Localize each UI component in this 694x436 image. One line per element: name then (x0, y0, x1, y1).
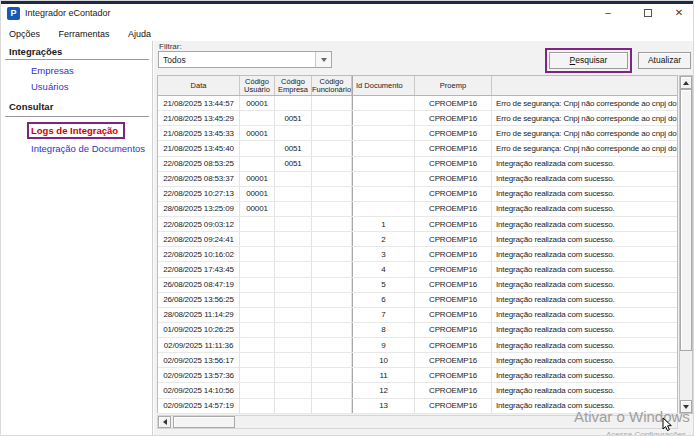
cell-proemp: CPROEMP16 (415, 172, 492, 186)
table-row[interactable]: 22/08/2025 09:03:121CPROEMP16Integração … (158, 217, 677, 232)
table-row[interactable]: 28/08/2025 13:25:0900001CPROEMP16Integra… (158, 202, 677, 217)
column-header[interactable]: CódigoEmpresa (275, 76, 312, 95)
cell-codigo-usuario: 00001 (240, 187, 275, 201)
table-row[interactable]: 02/09/2025 11:11:369CPROEMP16Integração … (158, 338, 677, 353)
cell-proemp: CPROEMP16 (415, 293, 492, 307)
filter-dropdown[interactable]: Todos (158, 51, 332, 68)
column-header[interactable]: CódigoFuncionário (312, 76, 352, 95)
cell-mensagem: Erro de segurança: Cnpj não corresponde … (492, 96, 677, 110)
dropdown-arrow-icon[interactable] (315, 52, 331, 67)
cell-codigo-empresa (275, 368, 312, 382)
table-row[interactable]: 01/09/2025 10:26:258CPROEMP16Integração … (158, 323, 677, 338)
close-button[interactable]: ✕ (664, 4, 694, 23)
cell-codigo-funcionario (312, 338, 352, 352)
table-row[interactable]: 21/08/2025 13:45:290051CPROEMP16Erro de … (158, 111, 677, 126)
cell-codigo-funcionario (312, 232, 352, 246)
cell-codigo-funcionario (312, 111, 352, 125)
cell-mensagem: Integração realizada com sucesso. (492, 202, 677, 216)
cell-proemp: CPROEMP16 (415, 262, 492, 276)
table-row[interactable]: 22/08/2025 10:27:1300001CPROEMP16Integra… (158, 187, 677, 202)
pesquisar-button[interactable]: Pesquisar (549, 52, 628, 69)
cell-codigo-funcionario (312, 308, 352, 322)
column-header[interactable]: Id Documento (352, 76, 415, 95)
cell-proemp: CPROEMP16 (415, 96, 492, 110)
cell-codigo-empresa (275, 399, 312, 413)
cell-codigo-funcionario (312, 202, 352, 216)
cell-data: 22/08/2025 17:43:45 (158, 262, 240, 276)
cell-codigo-funcionario (312, 353, 352, 367)
cell-mensagem: Integração realizada com sucesso. (492, 172, 677, 186)
cell-codigo-funcionario (312, 293, 352, 307)
arrow-left-icon (163, 419, 167, 425)
table-row[interactable]: 21/08/2025 13:45:400051CPROEMP16Erro de … (158, 141, 677, 156)
vertical-scrollbar-thumb[interactable] (680, 89, 692, 351)
menu-opcoes[interactable]: Opções (1, 26, 47, 39)
cell-data: 28/08/2025 11:14:29 (158, 308, 240, 322)
cell-codigo-usuario (240, 353, 275, 367)
cell-codigo-usuario (240, 278, 275, 292)
cell-data: 22/08/2025 08:53:25 (158, 157, 240, 171)
cell-codigo-usuario (240, 338, 275, 352)
cell-id-documento: 3 (352, 247, 415, 261)
vertical-scrollbar[interactable] (679, 75, 693, 414)
column-header[interactable]: Data (158, 76, 240, 95)
table-row[interactable]: 02/09/2025 13:56:1710CPROEMP16Integração… (158, 353, 677, 368)
cell-data: 28/08/2025 13:25:09 (158, 202, 240, 216)
cell-codigo-funcionario (312, 247, 352, 261)
table-row[interactable]: 28/08/2025 11:14:297CPROEMP16Integração … (158, 308, 677, 323)
cell-data: 21/08/2025 13:45:40 (158, 141, 240, 155)
cell-data: 26/08/2025 13:56:25 (158, 293, 240, 307)
table-row[interactable]: 26/08/2025 08:47:195CPROEMP16Integração … (158, 278, 677, 293)
filter-dropdown-value: Todos (159, 55, 315, 65)
scroll-left-button[interactable] (158, 416, 171, 428)
menu-ajuda[interactable]: Ajuda (121, 26, 158, 39)
table-row[interactable]: 22/08/2025 09:24:412CPROEMP16Integração … (158, 232, 677, 247)
cell-codigo-usuario (240, 141, 275, 155)
minimize-button[interactable]: – (593, 4, 623, 23)
column-header[interactable]: Proemp (415, 76, 492, 95)
sidebar-item-usuarios[interactable]: Usuários (31, 81, 69, 92)
cell-codigo-empresa (275, 202, 312, 216)
atualizar-button[interactable]: Atualizar (638, 52, 691, 69)
cell-id-documento: 2 (352, 232, 415, 246)
cell-proemp: CPROEMP16 (415, 368, 492, 382)
cell-mensagem: Integração realizada com sucesso. (492, 187, 677, 201)
table-row[interactable]: 02/09/2025 14:10:5612CPROEMP16Integração… (158, 383, 677, 398)
cell-mensagem: Integração realizada com sucesso. (492, 262, 677, 276)
cell-codigo-usuario: 00001 (240, 202, 275, 216)
cell-codigo-funcionario (312, 172, 352, 186)
column-header[interactable]: CódigoUsuário (240, 76, 275, 95)
scroll-up-button[interactable] (680, 76, 692, 89)
cell-id-documento: 10 (352, 353, 415, 367)
cell-codigo-funcionario (312, 368, 352, 382)
cell-id-documento (352, 157, 415, 171)
cell-data: 02/09/2025 13:57:36 (158, 368, 240, 382)
cell-proemp: CPROEMP16 (415, 141, 492, 155)
table-row[interactable]: 22/08/2025 17:43:454CPROEMP16Integração … (158, 262, 677, 277)
sidebar-item-empresas[interactable]: Empresas (31, 65, 74, 76)
cell-data: 26/08/2025 08:47:19 (158, 278, 240, 292)
cell-id-documento: 11 (352, 368, 415, 382)
table-row[interactable]: 21/08/2025 13:45:3300001CPROEMP16Erro de… (158, 126, 677, 141)
sidebar-item-integracao-de-documentos[interactable]: Integração de Documentos (31, 143, 145, 154)
cell-codigo-funcionario (312, 383, 352, 397)
cell-id-documento (352, 141, 415, 155)
table-row[interactable]: 22/08/2025 08:53:3700001CPROEMP16Integra… (158, 172, 677, 187)
cell-data: 21/08/2025 13:44:57 (158, 96, 240, 110)
column-header[interactable] (492, 76, 677, 95)
column-header-label: Proemp (440, 82, 466, 90)
cell-data: 22/08/2025 08:53:37 (158, 172, 240, 186)
cell-codigo-usuario (240, 383, 275, 397)
table-row[interactable]: 22/08/2025 10:16:023CPROEMP16Integração … (158, 247, 677, 262)
table-row[interactable]: 26/08/2025 13:56:256CPROEMP16Integração … (158, 293, 677, 308)
cell-proemp: CPROEMP16 (415, 399, 492, 413)
table-row[interactable]: 22/08/2025 08:53:250051CPROEMP16Integraç… (158, 157, 677, 172)
cell-codigo-funcionario (312, 141, 352, 155)
table-row[interactable]: 02/09/2025 13:57:3611CPROEMP16Integração… (158, 368, 677, 383)
cell-data: 22/08/2025 10:27:13 (158, 187, 240, 201)
table-row[interactable]: 21/08/2025 13:44:5700001CPROEMP16Erro de… (158, 96, 677, 111)
maximize-button[interactable] (633, 4, 663, 23)
cell-mensagem: Erro de segurança: Cnpj não corresponde … (492, 126, 677, 140)
menu-ferramentas[interactable]: Ferramentas (51, 26, 116, 39)
horizontal-scrollbar-thumb[interactable] (173, 416, 235, 428)
